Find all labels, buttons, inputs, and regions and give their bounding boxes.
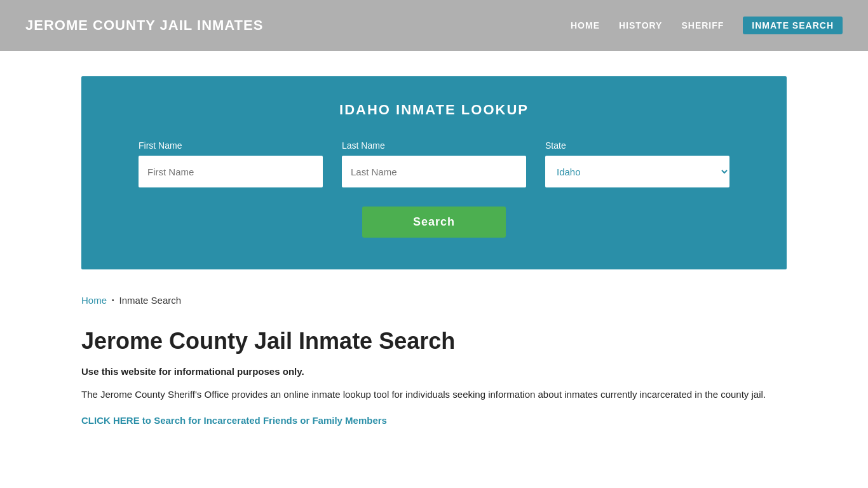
site-title: JEROME COUNTY JAIL INMATES (25, 17, 263, 34)
state-select[interactable]: Idaho (545, 156, 729, 187)
site-header: JEROME COUNTY JAIL INMATES HOME HISTORY … (0, 0, 868, 51)
info-paragraph: The Jerome County Sheriff's Office provi… (81, 387, 787, 402)
first-name-input[interactable] (139, 156, 323, 187)
main-content: Home • Inmate Search Jerome County Jail … (81, 295, 787, 452)
breadcrumb: Home • Inmate Search (81, 295, 787, 306)
state-label: State (545, 140, 729, 151)
nav-inmate-search[interactable]: INMATE SEARCH (743, 17, 843, 34)
search-panel-title: IDAHO INMATE LOOKUP (119, 102, 749, 118)
first-name-group: First Name (139, 140, 323, 187)
search-btn-wrapper: Search (119, 207, 749, 238)
main-nav: HOME HISTORY SHERIFF INMATE SEARCH (571, 17, 843, 34)
nav-sheriff[interactable]: SHERIFF (681, 20, 724, 30)
nav-history[interactable]: HISTORY (619, 20, 662, 30)
last-name-input[interactable] (342, 156, 526, 187)
breadcrumb-separator: • (112, 297, 114, 304)
search-button[interactable]: Search (362, 207, 506, 238)
form-row: First Name Last Name State Idaho (119, 140, 749, 187)
search-panel: IDAHO INMATE LOOKUP First Name Last Name… (81, 76, 787, 269)
breadcrumb-home-link[interactable]: Home (81, 295, 107, 306)
nav-home[interactable]: HOME (571, 20, 600, 30)
page-heading: Jerome County Jail Inmate Search (81, 328, 787, 355)
click-here-link[interactable]: CLICK HERE to Search for Incarcerated Fr… (81, 415, 387, 426)
state-group: State Idaho (545, 140, 729, 187)
breadcrumb-current: Inmate Search (119, 295, 182, 306)
first-name-label: First Name (139, 140, 323, 151)
last-name-label: Last Name (342, 140, 526, 151)
info-bold-text: Use this website for informational purpo… (81, 366, 787, 377)
last-name-group: Last Name (342, 140, 526, 187)
